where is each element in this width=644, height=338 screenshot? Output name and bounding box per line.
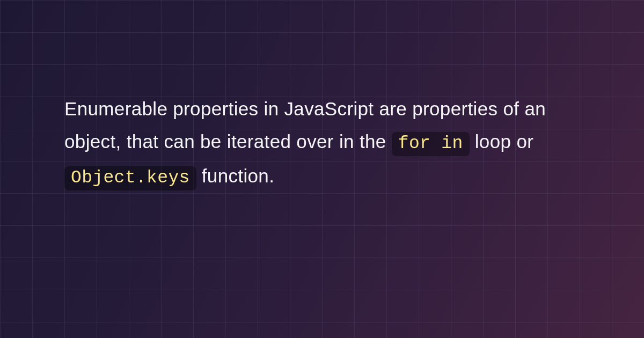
text-segment-2: loop or [470,131,534,152]
main-content: Enumerable properties in JavaScript are … [0,0,644,194]
text-segment-3: function. [196,165,275,186]
code-object-keys: Object.keys [64,166,196,190]
code-for-in: for in [392,132,470,156]
description-paragraph: Enumerable properties in JavaScript are … [64,92,580,194]
